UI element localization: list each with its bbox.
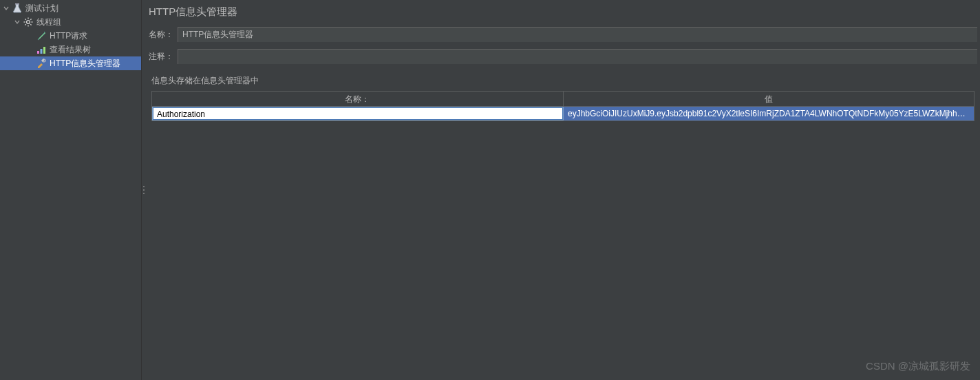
content-panel: HTTP信息头管理器 名称： 注释： 信息头存储在信息头管理器中 名称： 值 A…: [146, 0, 980, 380]
tree-label: 测试计划: [25, 3, 58, 14]
column-name[interactable]: 名称：: [152, 92, 564, 106]
tree-panel: 测试计划 线程组 HTTP请求 查看结果树 HTTP信息头管理器: [0, 0, 142, 380]
svg-point-1: [27, 21, 30, 24]
cell-name[interactable]: Authorization: [152, 107, 564, 120]
svg-line-6: [25, 19, 25, 19]
chevron-down-icon: [3, 5, 10, 12]
table-body: Authorization eyJhbGciOiJIUzUxMiJ9.eyJsb…: [152, 107, 974, 120]
tree-label: 线程组: [36, 17, 61, 28]
table-row[interactable]: Authorization eyJhbGciOiJIUzUxMiJ9.eyJsb…: [152, 107, 974, 120]
svg-rect-0: [15, 3, 19, 5]
tree-node-http-request[interactable]: HTTP请求: [0, 29, 141, 43]
tree-node-header-manager[interactable]: HTTP信息头管理器: [0, 56, 141, 70]
tree-node-view-results[interactable]: 查看结果树: [0, 43, 141, 56]
table-header: 名称： 值: [152, 92, 974, 107]
flask-icon: [12, 3, 23, 14]
comment-input[interactable]: [178, 49, 977, 64]
chevron-down-icon: [14, 19, 21, 25]
svg-line-7: [30, 24, 31, 25]
comment-label: 注释：: [149, 51, 178, 63]
column-value[interactable]: 值: [564, 92, 974, 106]
svg-rect-11: [41, 49, 43, 54]
svg-rect-10: [37, 51, 39, 54]
results-icon: [36, 44, 47, 55]
svg-line-9: [30, 19, 31, 19]
tree-label: HTTP信息头管理器: [50, 58, 120, 70]
dropper-icon: [36, 30, 47, 41]
headers-table: 名称： 值 Authorization eyJhbGciOiJIUzUxMiJ9…: [151, 91, 974, 121]
tree-label: HTTP请求: [50, 30, 87, 42]
splitter-dots-icon: [143, 186, 145, 194]
name-input[interactable]: [178, 27, 977, 42]
cell-value[interactable]: eyJhbGciOiJIUzUxMiJ9.eyJsb2dpbl91c2VyX2t…: [564, 107, 974, 120]
comment-row: 注释：: [146, 49, 980, 64]
section-label: 信息头存储在信息头管理器中: [146, 71, 980, 91]
name-label: 名称：: [149, 29, 178, 41]
tree-node-test-plan[interactable]: 测试计划: [0, 1, 141, 15]
gear-icon: [23, 17, 34, 28]
svg-rect-12: [43, 47, 45, 54]
tree-node-thread-group[interactable]: 线程组: [0, 15, 141, 29]
name-row: 名称：: [146, 27, 980, 42]
svg-line-8: [25, 24, 25, 25]
tree-label: 查看结果树: [50, 44, 91, 56]
panel-title: HTTP信息头管理器: [146, 0, 980, 27]
tools-icon: [36, 58, 47, 69]
